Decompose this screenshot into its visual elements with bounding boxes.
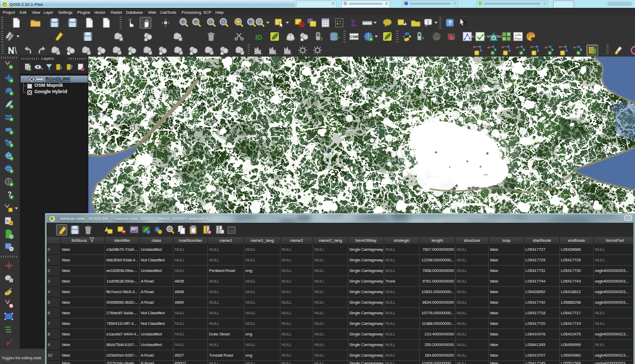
svg-text:ID: ID bbox=[256, 33, 262, 41]
svg-text:w: w bbox=[9, 221, 12, 225]
svg-text:2: 2 bbox=[10, 339, 12, 343]
svg-text:?: ? bbox=[464, 20, 467, 26]
svg-text:Σ: Σ bbox=[351, 19, 356, 28]
svg-text:1:1: 1:1 bbox=[208, 21, 213, 24]
svg-text:b: b bbox=[6, 219, 8, 223]
svg-text:p: p bbox=[6, 340, 10, 345]
svg-text:?: ? bbox=[448, 20, 452, 26]
svg-text:b: b bbox=[11, 279, 12, 282]
svg-text:T: T bbox=[427, 20, 430, 25]
svg-text:CSW: CSW bbox=[350, 35, 359, 39]
svg-text:Point: Point bbox=[514, 37, 522, 40]
svg-text:xyTo: xyTo bbox=[515, 33, 522, 37]
